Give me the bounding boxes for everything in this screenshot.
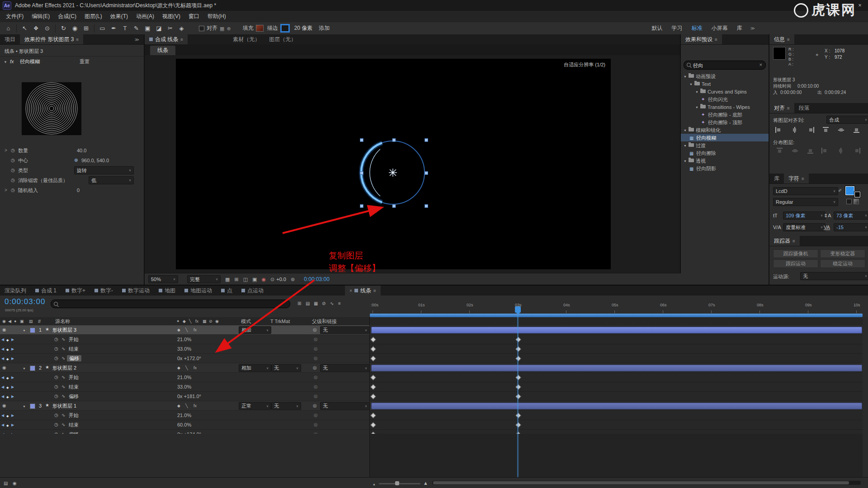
font-size-dropdown[interactable]: 109 像素∨ bbox=[783, 211, 826, 220]
next-keyframe-button[interactable]: ▶ bbox=[11, 422, 14, 428]
align-to-dropdown[interactable]: 合成∨ bbox=[826, 116, 868, 124]
playhead-line[interactable] bbox=[518, 314, 518, 477]
add-keyframe-button[interactable]: ◆ bbox=[6, 413, 9, 419]
tab-project[interactable]: 项目 bbox=[0, 34, 20, 44]
parent-pickwhip-icon[interactable]: ◎ bbox=[313, 327, 317, 333]
distribute-top-button[interactable] bbox=[774, 147, 785, 154]
property-name[interactable]: 偏移 bbox=[69, 393, 79, 399]
property-value[interactable]: 33.0% bbox=[177, 384, 191, 390]
draft-3d-icon[interactable]: ▤ bbox=[306, 301, 310, 306]
stopwatch-icon[interactable]: ◷ bbox=[11, 178, 15, 183]
layer-name[interactable]: 形状图层 1 bbox=[52, 403, 76, 409]
text-stroke-color-swatch[interactable] bbox=[854, 192, 860, 197]
parent-dropdown[interactable]: 无∨ bbox=[320, 364, 370, 372]
add-keyframe-button[interactable]: ◆ bbox=[6, 375, 9, 381]
current-time-display[interactable]: 0:00:03:00 bbox=[5, 297, 45, 306]
stopwatch-icon[interactable]: ◷ bbox=[54, 346, 58, 352]
parent-dropdown[interactable]: 无∨ bbox=[320, 326, 370, 334]
workspace-learn[interactable]: 学习 bbox=[667, 24, 687, 32]
stopwatch-icon[interactable]: ◷ bbox=[54, 337, 58, 342]
show-channel-icon[interactable]: ◉ bbox=[261, 277, 266, 282]
trkmat-dropdown[interactable]: 无∨ bbox=[271, 402, 301, 410]
panel-menu-icon[interactable]: ≡ bbox=[787, 37, 790, 42]
tree-item-radial-flash[interactable]: ✦径向闪光 bbox=[681, 95, 769, 103]
stopwatch-icon[interactable]: ◷ bbox=[54, 375, 58, 380]
motion-blur-icon[interactable]: ∿ bbox=[330, 301, 334, 306]
next-keyframe-button[interactable]: ▶ bbox=[11, 337, 14, 343]
keyframe-diamond[interactable] bbox=[370, 375, 376, 380]
prev-keyframe-button[interactable]: ◀ bbox=[1, 337, 4, 343]
viewer-timecode[interactable]: 0:00:03:00 bbox=[304, 276, 330, 282]
next-keyframe-button[interactable]: ▶ bbox=[11, 413, 14, 418]
effects-search-input[interactable]: 径向 × bbox=[684, 61, 766, 70]
twirl-icon[interactable]: ▼ bbox=[684, 74, 687, 80]
track-motion-button[interactable]: 跟踪运动 bbox=[773, 259, 818, 268]
align-top-button[interactable] bbox=[820, 127, 831, 133]
align-right-button[interactable] bbox=[805, 127, 816, 133]
add-keyframe-button[interactable]: ◆ bbox=[6, 357, 9, 362]
property-name[interactable]: 开始 bbox=[69, 374, 79, 380]
property-row[interactable]: ◀ ◆ ▶ ◷ ∿ 开始 21.0% ◎ bbox=[0, 373, 370, 382]
tab-layer[interactable]: 图层（无） bbox=[264, 34, 301, 44]
tree-item-radial-wipe-bottom[interactable]: ✦径向擦除 - 底部 bbox=[681, 111, 769, 118]
motion-source-dropdown[interactable]: 无∨ bbox=[800, 272, 868, 280]
panel-menu-icon[interactable]: ≡ bbox=[793, 239, 795, 244]
tree-item-radial-shadow[interactable]: ▦径向阴影 bbox=[681, 164, 769, 172]
tab-lines-active[interactable]: ×线条≡ bbox=[345, 286, 381, 296]
keyframe-diamond[interactable] bbox=[370, 394, 376, 399]
panel-menu-icon[interactable]: ≡ bbox=[180, 37, 183, 42]
keyframe-diamond[interactable] bbox=[515, 375, 521, 380]
tab-info[interactable]: 信息≡ bbox=[769, 34, 794, 44]
stopwatch-icon[interactable]: ◷ bbox=[54, 356, 58, 361]
antialias-dropdown[interactable]: 低∨ bbox=[89, 176, 134, 184]
hand-tool-icon[interactable]: ❖ bbox=[30, 23, 42, 33]
tab-render-queue[interactable]: 渲染队列 bbox=[0, 286, 31, 296]
prev-keyframe-button[interactable]: ◀ bbox=[1, 347, 4, 352]
layer-duration-bar[interactable] bbox=[371, 403, 862, 409]
blend-mode-dropdown[interactable]: 相加∨ bbox=[239, 326, 271, 334]
keyframe-diamond[interactable] bbox=[515, 413, 521, 418]
shape-tool-icon[interactable]: ▭ bbox=[97, 23, 108, 33]
distribute-center-horizontal-button[interactable] bbox=[835, 147, 846, 154]
transparency-grid-icon[interactable]: ▣ bbox=[252, 277, 257, 282]
tab-point[interactable]: 点 bbox=[217, 286, 237, 296]
collapse-switch-icon[interactable]: ◆ bbox=[177, 403, 180, 408]
workspace-default[interactable]: 默认 bbox=[647, 24, 667, 32]
trkmat-dropdown[interactable]: 无∨ bbox=[271, 364, 301, 372]
tab-libraries[interactable]: 库 bbox=[769, 174, 784, 183]
time-ruler[interactable]: :00s 01s 02s 03s 04s 05s 06s 07s 08s 09s… bbox=[370, 303, 863, 314]
text-fill-color-swatch[interactable] bbox=[845, 186, 854, 195]
fx-switch-icon[interactable]: fx bbox=[193, 403, 197, 408]
comp-marker-icon[interactable]: ◉ bbox=[13, 481, 17, 486]
expand-icon[interactable]: > bbox=[5, 188, 7, 193]
timeline-search-input[interactable] bbox=[51, 300, 290, 308]
property-row[interactable]: ◀ ◆ ▶ ◷ ∿ 结束 60.0% ◎ bbox=[0, 420, 370, 430]
snap-option-icon[interactable]: ⊕ bbox=[226, 26, 231, 31]
layer-name[interactable]: 形状图层 2 bbox=[52, 365, 76, 371]
effect-twirl-icon[interactable]: ▼ bbox=[4, 60, 7, 65]
composition-viewport[interactable]: 自适应分辨率 (1/2) bbox=[176, 59, 611, 269]
amount-value[interactable]: 40.0 bbox=[77, 147, 86, 154]
menu-view[interactable]: 视图(V) bbox=[158, 13, 184, 20]
layer-track[interactable] bbox=[370, 325, 863, 335]
tab-map[interactable]: 地图 bbox=[154, 286, 180, 296]
stopwatch-icon[interactable]: ◷ bbox=[11, 158, 15, 163]
property-row-offset-selected[interactable]: ◀ ◆ ▶ ◷ ∿ 偏移 0x +172.0° ◎ bbox=[0, 354, 370, 363]
stroke-label[interactable]: 描边 bbox=[267, 24, 278, 32]
twirl-icon[interactable]: ▼ bbox=[695, 105, 698, 110]
align-center-vertical-button[interactable] bbox=[835, 127, 846, 133]
keyframe-diamond[interactable] bbox=[370, 356, 376, 361]
font-style-dropdown[interactable]: Regular∨ bbox=[773, 198, 838, 206]
distribute-right-button[interactable] bbox=[851, 147, 862, 154]
layer-duration-bar[interactable] bbox=[371, 365, 862, 371]
parent-column-header[interactable]: 父级和链接 bbox=[312, 318, 337, 324]
collapse-switch-icon[interactable]: ◆ bbox=[177, 327, 180, 333]
property-name[interactable]: 开始 bbox=[69, 336, 79, 343]
hide-shy-icon[interactable]: ▦ bbox=[314, 301, 318, 306]
panel-overflow[interactable]: ≫ bbox=[130, 34, 144, 44]
exposure-icon[interactable]: ⊙ bbox=[270, 277, 274, 282]
layer-label-chip[interactable] bbox=[30, 404, 35, 409]
warp-stabilizer-button[interactable]: 变形稳定器 bbox=[820, 249, 865, 258]
add-keyframe-button[interactable]: ◆ bbox=[6, 347, 9, 352]
property-row[interactable]: ◀ ◆ ▶ ◷ ∿ 结束 33.0% ◎ bbox=[0, 382, 370, 392]
